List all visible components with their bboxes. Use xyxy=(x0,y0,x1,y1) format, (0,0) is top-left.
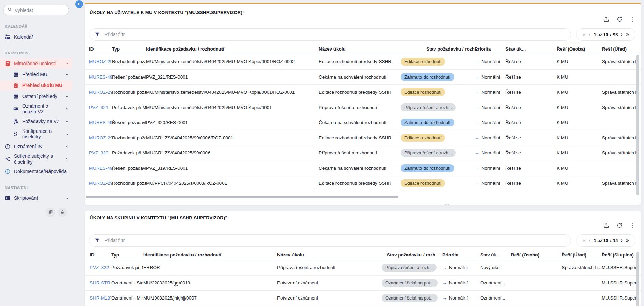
table-row[interactable]: MUROZ-293Rozhodnutí poža...MU/GRHZS/0404… xyxy=(85,130,641,146)
sidebar-item-oznameni-o-pouziti-vz[interactable]: Oznámení o použití VZ xyxy=(0,102,72,116)
table-row[interactable]: MUROZ-294Rozhodnutí poža...MU/Ministerst… xyxy=(85,85,641,100)
table-row[interactable]: MURES-494Řešení požadavk...PVZ_320/RES-0… xyxy=(85,115,641,130)
row-id-link[interactable]: MUROZ-295 xyxy=(89,59,112,64)
column-header-stav_ukolu[interactable]: Stav úk... xyxy=(505,46,557,52)
cell-ident: MU/Ministerstvo zemědělství/04042025/MU-… xyxy=(146,59,319,64)
sidebar-item-dokumentace-napoveda[interactable]: Dokumentace/Nápověda xyxy=(0,167,72,177)
last-page-button[interactable]: » xyxy=(626,32,629,37)
cell-stav: Editace rozhodnutí xyxy=(401,179,475,187)
row-id-link[interactable]: MUROZ-292 xyxy=(89,181,112,186)
table-row[interactable]: PVZ_320Požadavek při M...MU/GRHZS/040420… xyxy=(85,145,641,161)
table-row[interactable]: MUROZ-292Rozhodnutí poža...MU/PPCR/04042… xyxy=(85,176,641,191)
column-header-typ[interactable]: Typ xyxy=(111,252,143,258)
export-icon[interactable] xyxy=(603,222,610,229)
share-icon xyxy=(5,156,11,162)
column-header-resi_skupina[interactable]: Řeší (Skupina) xyxy=(602,252,641,258)
filter-bar[interactable]: Přidat filtr xyxy=(89,234,571,247)
first-page-button[interactable]: « xyxy=(583,238,586,243)
lock-open-icon[interactable] xyxy=(58,208,67,217)
sidebar-item-pozadavky-na-vz[interactable]: Požadavky na VZ xyxy=(0,116,72,127)
status-badge: Zahrnuto do rozhodnutí xyxy=(401,164,454,172)
table-row[interactable]: MUROZ-295Rozhodnutí poža...MU/Ministerst… xyxy=(85,54,641,70)
column-header-nazev[interactable]: Název úkolu xyxy=(319,46,401,52)
horizontal-scrollbar[interactable] xyxy=(86,196,398,198)
cell-nazev: Čekárna na schválení rozhodnutí xyxy=(319,74,401,80)
table-row[interactable]: MURES-495Řešení požadavk...PVZ_321/RES-0… xyxy=(85,70,641,85)
sidebar-item-ostatni-prehledy[interactable]: Ostatní přehledy xyxy=(0,91,72,101)
sidebar-item-mimoradne-udalosti[interactable]: Mimořádné události xyxy=(0,58,72,69)
kebab-menu-icon[interactable] xyxy=(630,222,636,229)
column-header-priorita[interactable]: Priorita xyxy=(475,46,505,52)
cell-resi_urad: Správa státních h xyxy=(602,105,641,110)
chevron-down-icon xyxy=(65,144,70,149)
table-row[interactable]: PVZ_322Požadavek při M...ERRORPříprava ř… xyxy=(85,260,641,276)
table-row[interactable]: MURES-493Řešení požadavk...PVZ_319/RES-0… xyxy=(85,161,641,176)
sidebar-item-sdilene-subjekty-a-ciselniky[interactable]: Sdílené subjekty a číselníky xyxy=(0,152,72,166)
clipboard-icon xyxy=(13,83,19,88)
next-page-button[interactable]: › xyxy=(621,238,622,243)
refresh-icon[interactable] xyxy=(616,222,623,229)
sidebar-item-skriptovani[interactable]: Skriptování xyxy=(0,193,72,204)
column-header-resi_osoba[interactable]: Řeší (Osoba) xyxy=(557,46,602,52)
row-id-link[interactable]: PVZ_322 xyxy=(90,265,109,270)
sidebar-item-label: Ostatní přehledy xyxy=(22,94,62,99)
column-header-typ[interactable]: Typ xyxy=(112,46,146,52)
column-header-priorita[interactable]: Priorita xyxy=(442,252,480,258)
row-id-link[interactable]: MURES-494 xyxy=(89,120,112,125)
priority-arrow-icon: → xyxy=(475,89,480,95)
last-page-button[interactable]: » xyxy=(626,238,629,243)
row-id-link[interactable]: PVZ_320 xyxy=(89,150,108,155)
column-header-stav[interactable]: Stav požadavku / rozh... xyxy=(401,46,475,52)
column-header-resi_urad[interactable]: Řeší (Úřad) xyxy=(562,252,602,258)
column-header-ident[interactable]: Identifikace požadavku / rozhodnutí xyxy=(143,252,277,258)
cell-ident: MU/PPCR/04042025/s/0003/ROZ-0001 xyxy=(146,181,319,186)
cell-resi_urad: Správa státních h xyxy=(602,59,641,64)
panel-title: ÚKOLY NA SKUPINU V KONTEXTU "(MU.SSHR.SU… xyxy=(90,215,227,220)
first-page-button[interactable]: « xyxy=(583,32,586,37)
sidebar-item-prehled-mu[interactable]: Přehled MU xyxy=(0,69,72,80)
row-id-link[interactable]: SHR-STR268 xyxy=(90,280,111,286)
cell-id: MUROZ-294 xyxy=(89,89,112,95)
row-id-link[interactable]: SHR-M137 xyxy=(90,295,111,301)
vertical-scrollbar[interactable] xyxy=(636,252,639,306)
status-badge: Oznámení čeká na pot... xyxy=(382,279,438,287)
table-row[interactable]: PVZ_321Požadavek při M...MU/Ministerstvo… xyxy=(85,100,641,115)
column-header-stav[interactable]: Stav požadavku / rozh... xyxy=(382,252,442,258)
panel-resize-handle[interactable]: ••• xyxy=(440,202,455,206)
cell-nazev: Čekárna na schválení rozhodnutí xyxy=(319,120,401,125)
stack-icon xyxy=(13,94,19,99)
table-row[interactable]: SHR-STR268Oznámení - Stan...MU/22032025/… xyxy=(85,276,641,291)
sidebar-item-label: Skriptování xyxy=(14,195,62,201)
column-header-nazev[interactable]: Název úkolu xyxy=(277,252,382,258)
prev-page-button[interactable]: ‹ xyxy=(589,238,590,243)
cell-resi_urad: Správa státních h xyxy=(602,89,641,95)
cell-nazev: Editace rozhodnutí předsedy SSHR xyxy=(319,135,401,140)
prev-page-button[interactable]: ‹ xyxy=(589,32,590,37)
sidebar-item-konfigurace-a-ciselniky[interactable]: Konfigurace a číselníky xyxy=(0,127,72,141)
row-id-link[interactable]: PVZ_321 xyxy=(89,105,108,110)
sidebar-item-kalendar[interactable]: Kalendář xyxy=(0,32,72,42)
search-input[interactable] xyxy=(15,8,62,13)
kebab-menu-icon[interactable] xyxy=(630,16,636,23)
column-header-resi_urad[interactable]: Řeší (Úřad) xyxy=(602,46,641,52)
sidebar-item-oznameni-is[interactable]: Oznámení IS xyxy=(0,141,72,152)
copy-icon[interactable] xyxy=(46,208,55,217)
column-header-stav_ukolu[interactable]: Stav úk... xyxy=(480,252,511,258)
row-id-link[interactable]: MURES-495 xyxy=(89,74,112,80)
vertical-scrollbar[interactable] xyxy=(636,55,639,195)
sidebar-item-prehled-ukolu-mu[interactable]: Přehled ukolů MU xyxy=(0,80,72,91)
column-header-id[interactable]: ID xyxy=(89,46,112,52)
row-id-link[interactable]: MUROZ-293 xyxy=(89,135,112,140)
column-header-resi_osoba[interactable]: Řeší (Osoba) xyxy=(511,252,562,258)
column-header-id[interactable]: ID xyxy=(90,252,111,258)
column-header-ident[interactable]: Identifikace požadavku / rozhodnutí xyxy=(146,46,319,52)
cell-priorita: →Normální xyxy=(475,150,505,155)
table-row[interactable]: SHR-M137Oznámení - Mini...MU/19032025/jh… xyxy=(85,291,641,306)
row-id-link[interactable]: MURES-493 xyxy=(89,166,112,171)
sidebar-collapse-toggle-icon[interactable] xyxy=(75,0,83,8)
next-page-button[interactable]: › xyxy=(621,32,622,37)
export-icon[interactable] xyxy=(603,16,610,23)
row-id-link[interactable]: MUROZ-294 xyxy=(89,89,112,95)
refresh-icon[interactable] xyxy=(616,16,623,23)
filter-bar[interactable]: Přidat filtr xyxy=(89,28,571,41)
